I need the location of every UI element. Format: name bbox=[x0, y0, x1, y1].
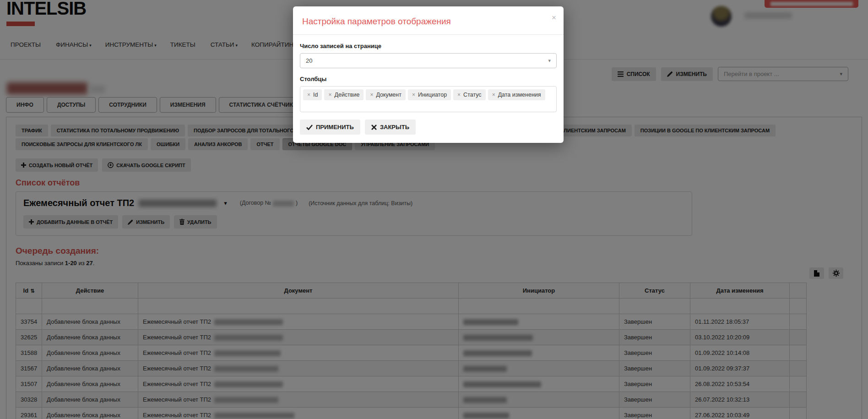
remove-tag-icon[interactable]: × bbox=[328, 92, 331, 98]
apply-button[interactable]: ПРИМЕНИТЬ bbox=[300, 120, 360, 135]
check-icon bbox=[306, 125, 313, 130]
remove-tag-icon[interactable]: × bbox=[457, 92, 461, 98]
close-icon[interactable]: × bbox=[552, 14, 556, 22]
remove-tag-icon[interactable]: × bbox=[412, 92, 415, 98]
modal-footer: ПРИМЕНИТЬ ЗАКРЫТЬ bbox=[293, 112, 564, 143]
close-button[interactable]: ЗАКРЫТЬ bbox=[365, 120, 416, 135]
columns-tag-input[interactable]: ×Id×Действие×Документ×Инициатор×Статус×Д… bbox=[300, 86, 557, 112]
modal-body: Число записей на странице 20 ▾ Столбцы ×… bbox=[293, 35, 564, 112]
column-tag: ×Действие bbox=[324, 89, 363, 100]
column-tag: ×Инициатор bbox=[408, 89, 451, 100]
column-tag: ×Id bbox=[303, 89, 322, 100]
per-page-label: Число записей на странице bbox=[300, 43, 557, 49]
x-icon bbox=[371, 125, 377, 130]
remove-tag-icon[interactable]: × bbox=[492, 92, 495, 98]
column-tag: ×Дата изменения bbox=[488, 89, 545, 100]
column-tag: ×Документ bbox=[366, 89, 405, 100]
remove-tag-icon[interactable]: × bbox=[370, 92, 373, 98]
modal-title: Настройка параметров отображения bbox=[302, 16, 554, 27]
chevron-down-icon: ▾ bbox=[548, 58, 551, 64]
column-tag: ×Статус bbox=[453, 89, 486, 100]
per-page-select[interactable]: 20 ▾ bbox=[300, 53, 557, 68]
per-page-value: 20 bbox=[306, 57, 312, 64]
modal-header: Настройка параметров отображения × bbox=[293, 6, 564, 35]
display-settings-modal: Настройка параметров отображения × Число… bbox=[293, 6, 564, 143]
columns-label: Столбцы bbox=[300, 76, 557, 82]
remove-tag-icon[interactable]: × bbox=[307, 92, 310, 98]
